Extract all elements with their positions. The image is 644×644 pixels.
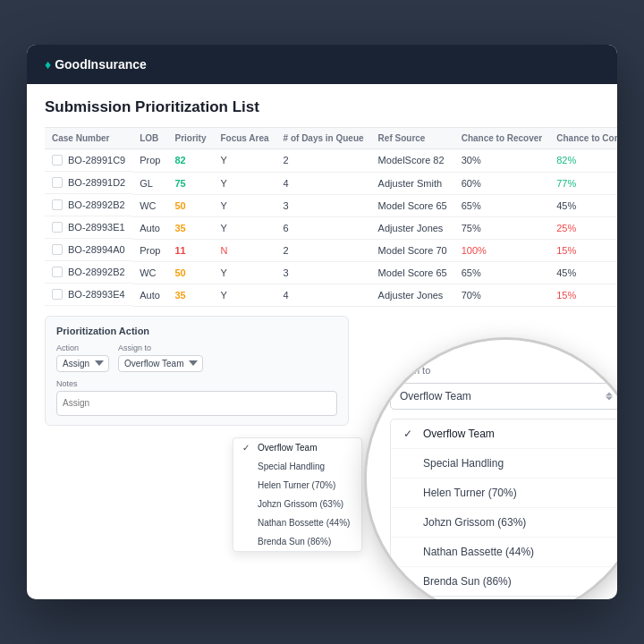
- magnify-list-item[interactable]: Nathan Bassette (44%): [391, 538, 617, 567]
- small-dropdown-item[interactable]: Special Handling: [233, 457, 361, 476]
- check-icon: ✓: [242, 443, 253, 453]
- small-dropdown-item[interactable]: Nathan Bossette (44%): [233, 513, 361, 532]
- cell-case-number: BO-28993E4: [45, 284, 132, 306]
- col-convict: Chance to Convict: [549, 128, 617, 149]
- magnify-item-label: Johzn Grissom (63%): [423, 516, 526, 529]
- cell-case-number: BO-28993E1: [45, 216, 132, 239]
- select-arrows: [606, 393, 613, 401]
- magnify-select-box[interactable]: Overflow Team: [390, 383, 617, 410]
- col-priority: Priority: [167, 128, 213, 149]
- cell-priority: 11: [167, 239, 213, 261]
- table-row: BO-28991C9 Prop 82 Y 2 ModelScore 82 30%…: [45, 149, 617, 173]
- row-checkbox[interactable]: [52, 199, 63, 210]
- cell-priority: 35: [167, 216, 213, 239]
- cell-convict: 77%: [549, 172, 617, 194]
- cell-lob: Auto: [132, 284, 167, 306]
- cell-ref: Model Score 65: [371, 261, 454, 284]
- table-row: BO-28993E1 Auto 35 Y 6 Adjuster Jones 75…: [45, 216, 617, 239]
- notes-label: Notes: [56, 379, 337, 388]
- cell-ref: ModelScore 82: [371, 149, 454, 173]
- magnify-item-label: Overflow Team: [423, 428, 495, 440]
- cell-ref: Model Score 70: [371, 239, 454, 261]
- magnify-select-value: Overflow Team: [400, 390, 471, 402]
- small-dropdown-item[interactable]: Brenda Sun (86%): [233, 532, 361, 551]
- cell-lob: Prop: [132, 149, 167, 173]
- row-checkbox[interactable]: [52, 244, 63, 255]
- table-row: BO-28994A0 Prop 11 N 2 Model Score 70 10…: [45, 239, 617, 261]
- cell-lob: GL: [132, 172, 167, 194]
- cell-case-number: BO-28992B2: [45, 261, 132, 284]
- logo-area: ♦ GoodInsurance: [45, 57, 147, 72]
- table-row: BO-28993E4 Auto 35 Y 4 Adjuster Jones 70…: [45, 284, 617, 306]
- cell-recover: 65%: [454, 261, 550, 284]
- col-days: # of Days in Queue: [276, 128, 371, 149]
- main-content: Submission Prioritization List Case Numb…: [27, 84, 617, 599]
- cell-focus: Y: [213, 261, 275, 284]
- cell-case-number: BO-28991C9: [45, 149, 132, 172]
- row-checkbox[interactable]: [52, 222, 63, 233]
- cell-recover: 75%: [454, 216, 550, 239]
- cell-ref: Adjuster Jones: [371, 216, 454, 239]
- cell-focus: N: [213, 239, 275, 261]
- table-row: BO-28992B2 WC 50 Y 3 Model Score 65 65% …: [45, 194, 617, 216]
- cell-days: 4: [276, 284, 371, 306]
- nav-bar: ♦ GoodInsurance: [27, 45, 617, 84]
- table-row: BO-28991D2 GL 75 Y 4 Adjuster Smith 60% …: [45, 172, 617, 194]
- assign-label: Assign to: [118, 343, 203, 352]
- cell-focus: Y: [213, 284, 275, 306]
- small-dropdown-item[interactable]: Johzn Grissom (63%): [233, 495, 361, 513]
- magnify-dropdown-list: ✓ Overflow Team Special Handling Helen T…: [390, 419, 617, 597]
- row-checkbox[interactable]: [52, 267, 63, 277]
- cell-case-number: BO-28994A0: [45, 239, 132, 261]
- cell-days: 3: [276, 194, 371, 216]
- col-case-number: Case Number: [45, 128, 132, 149]
- logo-regular: Good: [55, 57, 88, 72]
- cell-focus: Y: [213, 149, 275, 173]
- cell-convict: 45%: [549, 261, 617, 284]
- app-window: ♦ GoodInsurance Submission Prioritizatio…: [27, 45, 617, 599]
- cell-convict: 15%: [549, 239, 617, 261]
- table-row: BO-28992B2 WC 50 Y 3 Model Score 65 65% …: [45, 261, 617, 284]
- assign-select[interactable]: Overflow Team: [118, 355, 203, 372]
- action-panel-title: Prioritization Action: [56, 326, 337, 336]
- data-table: Case Number LOB Priority Focus Area # of…: [45, 127, 617, 307]
- action-select[interactable]: Assign: [56, 355, 109, 372]
- cell-lob: Prop: [132, 239, 167, 261]
- cell-ref: Model Score 65: [371, 194, 454, 216]
- magnify-list-item[interactable]: Helen Turner (70%): [391, 479, 617, 508]
- cell-case-number: BO-28991D2: [45, 172, 132, 194]
- magnify-list-item[interactable]: Special Handling: [391, 449, 617, 479]
- row-checkbox[interactable]: [52, 177, 63, 188]
- magnify-item-label: Special Handling: [423, 457, 504, 470]
- logo-text: GoodInsurance: [55, 57, 147, 72]
- magnify-assign-label: Assign to: [390, 365, 617, 376]
- cell-days: 6: [276, 216, 371, 239]
- cell-convict: 15%: [549, 284, 617, 306]
- cell-priority: 50: [167, 194, 213, 216]
- magnify-list-item[interactable]: Johzn Grissom (63%): [391, 508, 617, 538]
- cell-convict: 45%: [549, 194, 617, 216]
- cell-convict: 25%: [549, 216, 617, 239]
- magnify-item-label: Brenda Sun (86%): [423, 575, 512, 588]
- notes-input[interactable]: [56, 391, 337, 416]
- page-title: Submission Prioritization List: [45, 98, 599, 116]
- small-dropdown-item[interactable]: Helen Turner (70%): [233, 476, 361, 495]
- col-recover: Chance to Recover: [454, 128, 550, 149]
- cell-focus: Y: [213, 194, 275, 216]
- magnify-item-label: Helen Turner (70%): [423, 487, 517, 499]
- arrow-up-icon: [606, 393, 613, 396]
- cell-ref: Adjuster Jones: [371, 284, 454, 306]
- small-dropdown-item[interactable]: ✓Overflow Team: [233, 438, 361, 457]
- row-checkbox[interactable]: [52, 155, 63, 165]
- cell-lob: WC: [132, 194, 167, 216]
- cell-case-number: BO-28992B2: [45, 194, 132, 216]
- cell-recover: 70%: [454, 284, 550, 306]
- magnify-list-item[interactable]: Brenda Sun (86%): [391, 567, 617, 596]
- magnify-list-item[interactable]: ✓ Overflow Team: [391, 419, 617, 449]
- col-focus: Focus Area: [213, 128, 275, 149]
- magnify-overlay: Assign to Overflow Team ✓ Overflow Team …: [367, 340, 617, 599]
- cell-priority: 75: [167, 172, 213, 194]
- assign-form-group: Assign to Overflow Team: [118, 343, 203, 372]
- cell-priority: 35: [167, 284, 213, 306]
- row-checkbox[interactable]: [52, 289, 63, 300]
